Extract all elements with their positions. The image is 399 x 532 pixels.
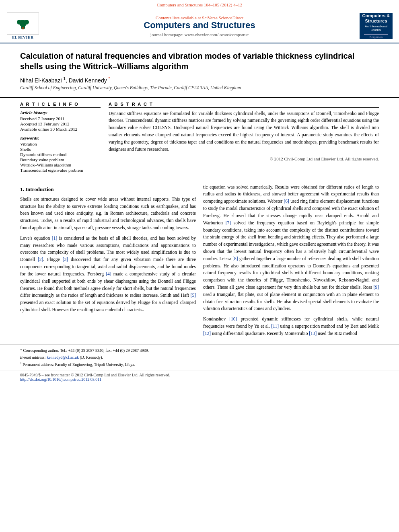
article-history-title: Article history: — [20, 110, 101, 115]
body-right-column: tic equation was solved numerically. Res… — [203, 184, 379, 341]
authors: Nihal El-Kaabazi 1, David Kennedy * — [20, 76, 379, 84]
abstract-section: A B S T R A C T Dynamic stiffness equati… — [109, 102, 379, 173]
sciverse-link[interactable]: Contents lists available at SciVerse Sci… — [45, 15, 354, 20]
elsevier-label: ELSEVIER — [12, 35, 34, 39]
received-date: Received 7 January 2011 — [20, 116, 101, 121]
email-link[interactable]: kennedyd@cf.ac.uk — [47, 355, 79, 359]
ref-12-link[interactable]: [12] — [203, 331, 211, 336]
elsevier-tree-icon — [15, 17, 31, 30]
paper-header: Calculation of natural frequencies and v… — [0, 43, 399, 98]
body-left-column: 1. Introduction Shells are structures de… — [20, 184, 196, 341]
article-info-title: A R T I C L E I N F O — [20, 102, 101, 108]
journal-reference: Computers and Structures 104–105 (2012) … — [0, 0, 399, 9]
ref-4-link[interactable]: [4] — [106, 271, 111, 276]
keyword-bvp: Boundary value problem — [20, 157, 101, 162]
info-abstract-section: A R T I C L E I N F O Article history: R… — [0, 98, 399, 178]
footnote-email: E-mail address: kennedyd@cf.ac.uk (D. Ke… — [20, 354, 379, 360]
ref-13-link[interactable]: [13] — [309, 331, 317, 336]
footnotes: * Corresponding author. Tel.: +44 (0) 29… — [0, 345, 399, 370]
footnote-permanent-address: 1 Permanent address: Faculty of Engineer… — [20, 361, 379, 368]
svg-point-3 — [24, 20, 29, 25]
keyword-dsm: Dynamic stiffness method — [20, 152, 101, 157]
ref-11-link[interactable]: [11] — [271, 324, 279, 329]
abstract-copyright: © 2012 Civil-Comp Ltd and Elsevier Ltd. … — [109, 156, 379, 161]
issn-line: 0045-7949/$ – see front matter © 2012 Ci… — [20, 373, 379, 377]
body-para-2: Love's equation [1] is considered as the… — [20, 235, 196, 314]
page-footer: 0045-7949/$ – see front matter © 2012 Ci… — [0, 370, 399, 383]
keyword-shells: Shells — [20, 147, 101, 152]
svg-point-2 — [17, 20, 22, 25]
elsevier-logo: ELSEVIER — [5, 12, 41, 39]
accepted-date: Accepted 13 February 2012 — [20, 121, 101, 126]
available-online-date: Available online 30 March 2012 — [20, 127, 101, 131]
ref-2-link[interactable]: [2] — [38, 257, 43, 262]
ref-5-link[interactable]: [5] — [191, 293, 196, 298]
ref-10-link[interactable]: [10] — [229, 316, 237, 321]
keywords-title: Keywords: — [20, 136, 101, 140]
body-para-1: Shells are structures designed to cover … — [20, 196, 196, 232]
journal-title: Computers and Structures — [45, 20, 354, 31]
body-content: 1. Introduction Shells are structures de… — [0, 178, 399, 345]
paper-title: Calculation of natural frequencies and v… — [20, 51, 379, 72]
section1-heading: 1. Introduction — [20, 185, 196, 193]
right-logo-title: Computers & Structures — [361, 13, 391, 24]
body-para-right-1: tic equation was solved numerically. Res… — [203, 184, 379, 313]
doi-link[interactable]: http://dx.doi.org/10.1016/j.compstruc.20… — [20, 377, 101, 382]
svg-rect-4 — [22, 27, 24, 29]
ref-7-link[interactable]: [7] — [226, 220, 231, 225]
keyword-vibration: Vibration — [20, 142, 101, 146]
ref-9-link[interactable]: [9] — [374, 285, 379, 290]
affiliation: Cardiff School of Engineering, Cardiff U… — [20, 85, 379, 90]
journal-header: ELSEVIER Contents lists available at Sci… — [0, 9, 399, 43]
abstract-text: Dynamic stiffness equations are formulat… — [109, 110, 379, 153]
journal-homepage: journal homepage: www.elsevier.com/locat… — [45, 32, 354, 37]
ref-6-link[interactable]: [6] — [284, 199, 289, 203]
abstract-title: A B S T R A C T — [109, 102, 379, 108]
ref-3-link[interactable]: [3] — [63, 257, 68, 262]
body-para-right-2: Kondrashov [10] presented dynamic stiffn… — [203, 316, 379, 337]
ref-1-link[interactable]: [1] — [52, 236, 57, 240]
keyword-ww: Wittrick–Williams algorithm — [20, 162, 101, 167]
keyword-tep: Transcendental eigenvalue problem — [20, 168, 101, 173]
right-logo-subtitle: An International Journal — [361, 25, 391, 32]
ref-8-link[interactable]: [8] — [232, 256, 238, 261]
journal-center: Contents lists available at SciVerse Sci… — [45, 15, 354, 37]
footnote-corresponding: * Corresponding author. Tel.: +44 (0) 29… — [20, 347, 379, 353]
journal-right-logo: Computers & Structures An International … — [358, 13, 394, 39]
doi-line[interactable]: http://dx.doi.org/10.1016/j.compstruc.20… — [20, 377, 379, 382]
article-info: A R T I C L E I N F O Article history: R… — [20, 102, 101, 173]
